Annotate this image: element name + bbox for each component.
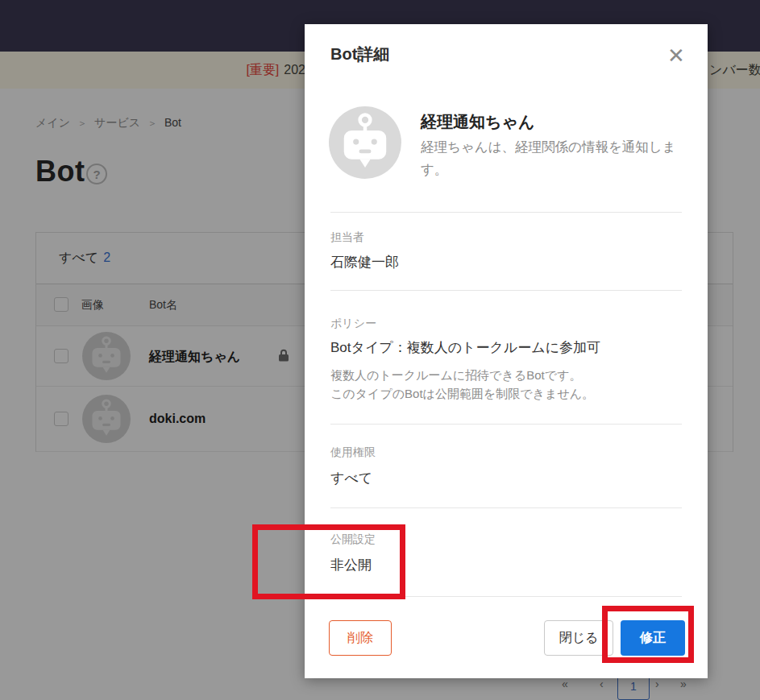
divider — [330, 424, 682, 425]
section-value-policy: Botタイプ：複数人のトークルームに参加可 — [330, 338, 600, 357]
section-value-permission: すべて — [330, 469, 372, 487]
section-label-permission: 使用権限 — [330, 445, 376, 460]
divider — [330, 507, 682, 508]
annotation-box-edit-button — [602, 606, 694, 663]
bot-description: 経理ちゃんは、経理関係の情報を通知します。 — [421, 135, 688, 180]
divider — [330, 212, 682, 213]
close-icon[interactable]: ✕ — [666, 45, 687, 66]
policy-note-2: このタイプのBotは公開範囲を制限できません。 — [330, 384, 594, 403]
modal-title: Bot詳細 — [330, 43, 389, 65]
policy-note-1: 複数人のトークルームに招待できるBotです。 — [330, 366, 581, 384]
bot-avatar-large — [329, 106, 401, 179]
screen: [重要]202 ンバー数 メイン＞サービス＞Bot Bot ? すべて2 画像 … — [0, 0, 760, 700]
robot-icon — [329, 106, 401, 179]
divider — [330, 290, 682, 291]
section-value-manager: 石際健一郎 — [330, 253, 399, 271]
section-label-policy: ポリシー — [330, 317, 376, 331]
annotation-box-visibility — [252, 524, 405, 599]
section-label-manager: 担当者 — [330, 230, 364, 245]
delete-button[interactable]: 削除 — [329, 620, 392, 656]
bot-name: 経理通知ちゃん — [421, 111, 534, 133]
